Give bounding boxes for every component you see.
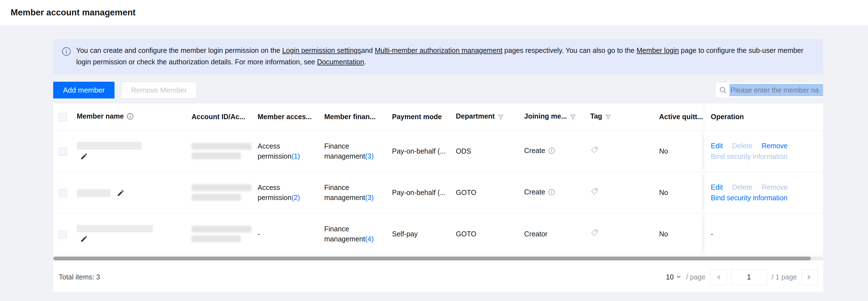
banner-text-segment: pages respectively. You can also go to t… [502, 46, 637, 54]
column-tag: Tag [590, 112, 602, 120]
active-quit-value: No [652, 130, 704, 172]
horizontal-scrollbar[interactable] [53, 257, 823, 261]
member-finance-text: Finance management [324, 225, 365, 243]
column-joining-method: Joining me... [524, 112, 567, 120]
edit-member-name-icon[interactable] [117, 189, 125, 197]
member-finance-count-link[interactable]: (3) [365, 194, 374, 201]
department-value: ODS [449, 130, 518, 172]
search-input[interactable]: Please enter the member na [715, 82, 823, 98]
column-active-quit: Active quitt... [659, 113, 703, 121]
scrollbar-thumb[interactable] [53, 257, 811, 261]
joining-method-value: Creator [524, 230, 548, 238]
remove-action[interactable]: Remove [762, 182, 788, 192]
edit-member-name-icon[interactable] [80, 153, 88, 160]
payment-mode-value: Pay-on-behalf (... [385, 172, 449, 213]
joining-info-icon[interactable] [548, 188, 555, 198]
remove-member-button[interactable]: Remove Member [121, 82, 196, 98]
column-account-id: Account ID/Ac... [191, 113, 245, 121]
edit-action[interactable]: Edit [711, 182, 723, 192]
account-id-redacted [191, 185, 248, 201]
delete-action[interactable]: Delete [732, 182, 752, 192]
column-department: Department [456, 112, 495, 120]
department-value: GOTO [449, 172, 518, 213]
department-value: GOTO [449, 213, 518, 255]
search-selected-text: Please enter the member na [730, 84, 823, 96]
banner-text-segment: and [361, 46, 375, 54]
active-quit-value: No [652, 172, 704, 213]
table-footer: Total items: 3 10 / page 1 / 1 page [53, 263, 823, 292]
department-filter-icon[interactable] [498, 113, 504, 122]
active-quit-value: No [652, 213, 704, 255]
info-banner: You can create and configure the member … [53, 39, 823, 74]
member-finance-text: Finance management [324, 183, 365, 201]
joining-method-value: Create [524, 146, 545, 155]
table-row: - Finance management(4) Self-pay GOTO Cr… [53, 213, 823, 255]
tag-icon[interactable] [590, 187, 599, 196]
chevron-down-icon [676, 273, 682, 281]
operation-dash: - [711, 230, 713, 238]
column-member-name: Member name [77, 112, 124, 120]
tag-icon[interactable] [590, 229, 599, 237]
member-access-count-link[interactable]: (2) [291, 194, 300, 201]
tag-filter-icon[interactable] [605, 113, 611, 122]
pagination: 10 / page 1 / 1 page [666, 269, 817, 285]
banner-link[interactable]: Member login [637, 46, 679, 54]
table-row: Access permission(2) Finance management(… [53, 172, 823, 213]
column-member-access: Member acces... [257, 113, 312, 121]
banner-link[interactable]: Documentation [317, 58, 364, 66]
member-access-text: Access permission [257, 183, 291, 201]
column-member-finance: Member finan... [324, 113, 375, 121]
member-name-info-icon[interactable] [127, 113, 134, 122]
row-checkbox[interactable] [59, 148, 67, 156]
next-page-button[interactable] [801, 269, 817, 285]
row-checkbox[interactable] [59, 231, 67, 239]
member-finance-count-link[interactable]: (4) [365, 235, 374, 243]
tag-icon[interactable] [590, 146, 599, 154]
toolbar: Add member Remove Member Please enter th… [53, 82, 823, 98]
prev-page-button[interactable] [710, 269, 726, 285]
member-table: Member name Account ID/Ac... Member acce… [53, 103, 823, 255]
next-page-icon [808, 275, 811, 280]
add-member-button[interactable]: Add member [53, 82, 115, 98]
banner-link[interactable]: Multi-member authorization management [375, 46, 502, 54]
row-checkbox[interactable] [59, 189, 67, 197]
member-access-text: - [257, 230, 260, 238]
delete-action[interactable]: Delete [732, 141, 752, 151]
page-size-value: 10 [666, 273, 674, 281]
member-table-card: Member name Account ID/Ac... Member acce… [53, 103, 823, 292]
bind-security-action[interactable]: Bind security information [711, 151, 788, 161]
search-icon [719, 86, 727, 94]
banner-text-segment: . [364, 58, 366, 66]
banner-link[interactable]: Login permission settings [282, 46, 361, 54]
edit-action[interactable]: Edit [711, 141, 723, 151]
page-size-select[interactable]: 10 [666, 273, 682, 281]
page-header: Member account management [0, 0, 868, 25]
edit-member-name-icon[interactable] [80, 235, 88, 243]
table-row: Access permission(1) Finance management(… [53, 130, 823, 172]
bind-security-action[interactable]: Bind security information [711, 193, 788, 203]
member-finance-text: Finance management [324, 142, 365, 160]
member-finance-count-link[interactable]: (3) [365, 152, 374, 160]
account-id-redacted [191, 226, 248, 242]
member-name-redacted [77, 142, 142, 150]
joining-filter-icon[interactable] [570, 113, 576, 122]
column-operation: Operation [711, 113, 744, 121]
page-title: Member account management [11, 7, 135, 18]
member-access-text: Access permission [257, 142, 291, 160]
per-page-label: / page [686, 273, 706, 281]
column-payment-mode: Payment mode [392, 113, 442, 121]
total-items-label: Total items: 3 [59, 273, 100, 281]
remove-action[interactable]: Remove [762, 141, 788, 151]
prev-page-icon [716, 275, 720, 280]
account-id-redacted [191, 143, 248, 159]
table-header-row: Member name Account ID/Ac... Member acce… [53, 103, 823, 130]
payment-mode-value: Pay-on-behalf (... [385, 130, 449, 172]
banner-text-segment: You can create and configure the member … [76, 46, 282, 54]
select-all-checkbox[interactable] [59, 113, 67, 121]
member-name-redacted [77, 189, 110, 197]
page-number-input[interactable]: 1 [731, 269, 767, 285]
joining-info-icon[interactable] [548, 147, 555, 157]
info-icon [62, 47, 71, 56]
member-access-count-link[interactable]: (1) [291, 152, 300, 160]
joining-method-value: Create [524, 188, 545, 196]
